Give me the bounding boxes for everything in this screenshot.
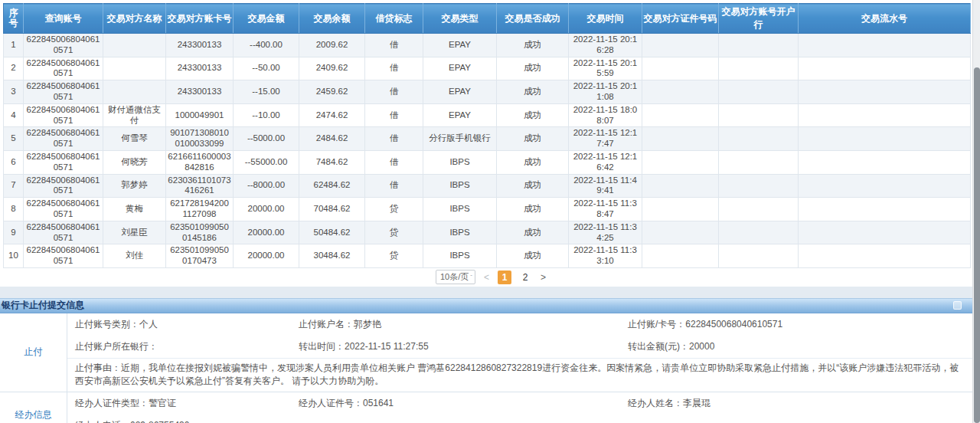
table-cell — [642, 34, 719, 57]
column-header: 借贷标志 — [365, 4, 423, 34]
table-cell: EPAY — [423, 80, 497, 104]
table-cell: 6216611600003842816 — [166, 150, 234, 174]
column-header: 交易余额 — [299, 4, 365, 34]
table-cell: IBPS — [423, 221, 497, 244]
table-cell: 成功 — [497, 221, 569, 244]
table-cell: 6228450068040610571 — [24, 244, 103, 268]
stop-bank: 止付账户所在银行： — [75, 340, 299, 353]
table-cell: 5 — [4, 127, 24, 151]
table-cell: 2022-11-15 11:33:10 — [569, 244, 642, 268]
table-cell: 刘佳 — [103, 244, 166, 268]
table-cell: 6228450068040610571 — [24, 198, 103, 221]
table-cell — [799, 127, 971, 151]
handler-cert-type: 经办人证件类型：警官证 — [75, 397, 299, 410]
table-cell — [799, 174, 971, 198]
table-row: 66228450068040610571何晓芳62166116000038428… — [4, 150, 971, 174]
scrollbar-thumb[interactable] — [974, 67, 980, 423]
table-cell: EPAY — [423, 34, 497, 57]
table-cell: 成功 — [497, 198, 569, 221]
column-header: 交易是否成功 — [497, 4, 569, 34]
vertical-scrollbar — [972, 0, 980, 423]
table-cell: 2459.62 — [299, 80, 365, 104]
table-cell: 借 — [365, 150, 423, 174]
collapse-icon[interactable] — [953, 301, 962, 310]
handler-cert-no: 经办人证件号：051641 — [299, 397, 628, 410]
table-cell: 6228450068040610571 — [24, 221, 103, 244]
table-cell: 2022-11-15 11:34:25 — [569, 221, 642, 244]
table-cell: 20000.00 — [234, 244, 299, 268]
table-cell: --5000.00 — [234, 127, 299, 151]
table-cell — [642, 80, 719, 104]
table-cell: 8 — [4, 198, 24, 221]
table-cell: 4 — [4, 103, 24, 127]
handler-name: 经办人姓名：李晨琨 — [628, 397, 972, 410]
table-cell: 2 — [4, 57, 24, 80]
table-cell: 30484.62 — [299, 244, 365, 268]
table-cell — [719, 198, 799, 221]
transactions-panel: 序号 查询账号 交易对方名称 交易对方账卡号 交易金额 交易余额 借贷标志 交易… — [0, 0, 980, 287]
table-cell: 借 — [365, 57, 423, 80]
transactions-table: 序号 查询账号 交易对方名称 交易对方账卡号 交易金额 交易余额 借贷标志 交易… — [3, 3, 971, 268]
stop-account-type: 止付账号类别：个人 — [75, 318, 299, 331]
table-cell — [719, 80, 799, 104]
header-row: 序号 查询账号 交易对方名称 交易对方账卡号 交易金额 交易余额 借贷标志 交易… — [4, 4, 971, 34]
table-cell: EPAY — [423, 57, 497, 80]
table-cell: 6228450068040610571 — [24, 80, 103, 104]
table-cell: 2022-11-15 20:15:59 — [569, 57, 642, 80]
handler-phone: 经办人电话：029-86755430 — [75, 419, 299, 423]
column-header: 交易对方账卡号 — [166, 4, 234, 34]
table-cell: 2022-11-15 20:11:08 — [569, 80, 642, 104]
table-cell: 243300133 — [166, 57, 234, 80]
table-cell: 2022-11-15 11:38:47 — [569, 198, 642, 221]
handler-group: 经办信息 经办人证件类型：警官证 经办人证件号：051641 经办人姓名：李晨琨… — [0, 392, 972, 423]
table-cell: 成功 — [497, 34, 569, 57]
transfer-time: 转出时间：2022-11-15 11:27:55 — [299, 340, 628, 353]
table-cell: 2022-11-15 18:08:07 — [569, 103, 642, 127]
table-cell — [642, 198, 719, 221]
table-cell: 2022-11-15 12:16:42 — [569, 150, 642, 174]
table-cell — [719, 244, 799, 268]
table-cell: IBPS — [423, 198, 497, 221]
stop-payment-label: 止付 — [0, 313, 67, 392]
table-cell — [103, 57, 166, 80]
table-cell — [642, 150, 719, 174]
table-cell — [799, 198, 971, 221]
table-cell: 成功 — [497, 57, 569, 80]
table-cell: 财付通微信支付 — [103, 103, 166, 127]
section-gap — [0, 287, 980, 298]
prev-page-button[interactable]: < — [482, 272, 491, 283]
table-cell — [799, 221, 971, 244]
table-cell: 6235010990500145186 — [166, 221, 234, 244]
table-cell: 1 — [4, 34, 24, 57]
table-cell: 20000.00 — [234, 198, 299, 221]
table-cell — [799, 103, 971, 127]
table-cell: 2022-11-15 20:16:28 — [569, 34, 642, 57]
page-size-select[interactable]: 10条/页 ˇ — [436, 270, 475, 284]
table-cell: 借 — [365, 174, 423, 198]
table-cell: 3 — [4, 80, 24, 104]
table-cell — [642, 244, 719, 268]
table-cell — [642, 174, 719, 198]
table-cell: 黄梅 — [103, 198, 166, 221]
section-title: 银行卡止付提交信息 — [2, 299, 84, 312]
column-header: 交易时间 — [569, 4, 642, 34]
table-cell: 分行版手机银行 — [423, 127, 497, 151]
table-cell — [103, 34, 166, 57]
table-cell: 何雪琴 — [103, 127, 166, 151]
column-header: 交易对方名称 — [103, 4, 166, 34]
table-cell: 243300133 — [166, 34, 234, 57]
page-size-label: 10条/页 — [440, 271, 469, 283]
table-cell: 借 — [365, 34, 423, 57]
next-page-button[interactable]: > — [539, 272, 547, 283]
page-button-2[interactable]: 2 — [518, 271, 532, 284]
table-cell: 成功 — [497, 127, 569, 151]
table-cell: 10 — [4, 244, 24, 268]
table-cell — [719, 103, 799, 127]
column-header: 查询账号 — [24, 4, 103, 34]
table-cell: 6228450068040610571 — [24, 174, 103, 198]
table-cell — [799, 34, 971, 57]
table-cell — [799, 80, 971, 104]
table-cell: 借 — [365, 103, 423, 127]
stop-card-number: 止付账/卡号：6228450068040610571 — [628, 318, 972, 331]
page-button-1[interactable]: 1 — [498, 271, 511, 284]
